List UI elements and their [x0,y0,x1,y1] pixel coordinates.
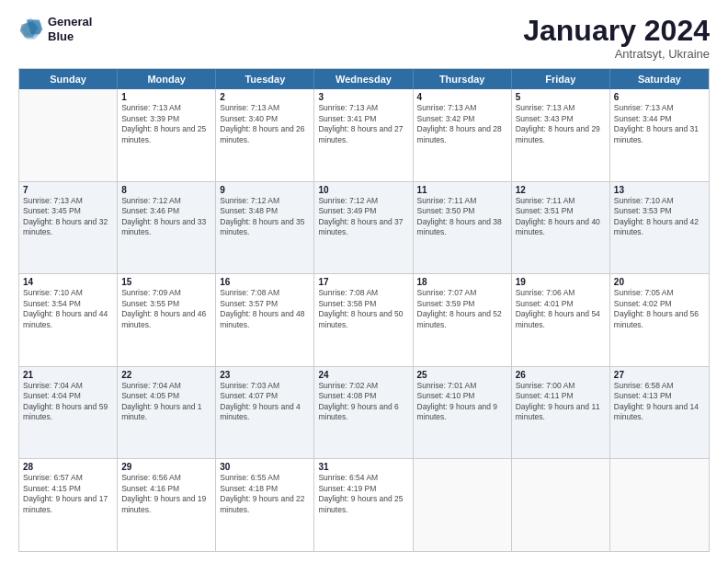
cell-content: Sunrise: 6:55 AMSunset: 4:18 PMDaylight:… [220,473,310,515]
calendar-cell [19,89,118,181]
calendar-row-3: 21Sunrise: 7:04 AMSunset: 4:04 PMDayligh… [19,367,709,460]
day-number: 10 [318,185,408,195]
cell-content: Sunrise: 7:11 AMSunset: 3:50 PMDaylight:… [417,196,507,238]
day-number: 24 [318,370,408,380]
day-number: 7 [23,185,113,195]
cell-content: Sunrise: 6:54 AMSunset: 4:19 PMDaylight:… [318,473,408,515]
cell-content: Sunrise: 7:00 AMSunset: 4:11 PMDaylight:… [516,381,606,423]
header-monday: Monday [118,69,216,89]
calendar-cell: 27Sunrise: 6:58 AMSunset: 4:13 PMDayligh… [610,367,709,459]
day-number: 29 [121,462,211,472]
cell-content: Sunrise: 7:12 AMSunset: 3:46 PMDaylight:… [121,196,211,238]
cell-content: Sunrise: 6:58 AMSunset: 4:13 PMDaylight:… [614,381,705,423]
header-friday: Friday [512,69,610,89]
calendar-cell: 26Sunrise: 7:00 AMSunset: 4:11 PMDayligh… [512,367,610,459]
cell-content: Sunrise: 6:56 AMSunset: 4:16 PMDaylight:… [121,473,211,515]
calendar-cell: 24Sunrise: 7:02 AMSunset: 4:08 PMDayligh… [314,367,413,459]
day-number: 2 [220,92,310,102]
calendar-cell: 25Sunrise: 7:01 AMSunset: 4:10 PMDayligh… [414,367,512,459]
calendar-cell: 1Sunrise: 7:13 AMSunset: 3:39 PMDaylight… [118,89,216,181]
day-number: 27 [614,370,705,380]
calendar-cell: 13Sunrise: 7:10 AMSunset: 3:53 PMDayligh… [610,182,709,274]
day-number: 21 [23,370,113,380]
cell-content: Sunrise: 7:04 AMSunset: 4:05 PMDaylight:… [121,381,211,423]
calendar-cell [414,459,512,551]
day-number: 17 [318,277,408,287]
cell-content: Sunrise: 7:10 AMSunset: 3:54 PMDaylight:… [23,288,113,330]
day-number: 30 [220,462,310,472]
day-number: 31 [318,462,408,472]
cell-content: Sunrise: 7:13 AMSunset: 3:41 PMDaylight:… [318,103,408,145]
day-number: 8 [121,185,211,195]
calendar-cell: 4Sunrise: 7:13 AMSunset: 3:42 PMDaylight… [414,89,512,181]
title-block: January 2024 Antratsyt, Ukraine [523,15,710,61]
calendar-cell: 21Sunrise: 7:04 AMSunset: 4:04 PMDayligh… [19,367,118,459]
cell-content: Sunrise: 7:08 AMSunset: 3:57 PMDaylight:… [220,288,310,330]
day-number: 6 [614,92,705,102]
cell-content: Sunrise: 6:57 AMSunset: 4:15 PMDaylight:… [23,473,113,515]
cell-content: Sunrise: 7:06 AMSunset: 4:01 PMDaylight:… [516,288,606,330]
calendar-cell: 30Sunrise: 6:55 AMSunset: 4:18 PMDayligh… [216,459,314,551]
calendar-cell: 17Sunrise: 7:08 AMSunset: 3:58 PMDayligh… [314,274,413,366]
logo-icon [18,17,44,42]
cell-content: Sunrise: 7:12 AMSunset: 3:49 PMDaylight:… [318,196,408,238]
day-number: 11 [417,185,507,195]
calendar-cell: 14Sunrise: 7:10 AMSunset: 3:54 PMDayligh… [19,274,118,366]
day-number: 9 [220,185,310,195]
calendar-cell: 6Sunrise: 7:13 AMSunset: 3:44 PMDaylight… [610,89,709,181]
calendar-row-4: 28Sunrise: 6:57 AMSunset: 4:15 PMDayligh… [19,459,709,551]
day-number: 28 [23,462,113,472]
calendar-cell: 3Sunrise: 7:13 AMSunset: 3:41 PMDaylight… [314,89,413,181]
calendar-cell: 15Sunrise: 7:09 AMSunset: 3:55 PMDayligh… [118,274,216,366]
calendar-cell: 5Sunrise: 7:13 AMSunset: 3:43 PMDaylight… [512,89,610,181]
calendar-cell: 28Sunrise: 6:57 AMSunset: 4:15 PMDayligh… [19,459,118,551]
day-number: 26 [516,370,606,380]
cell-content: Sunrise: 7:04 AMSunset: 4:04 PMDaylight:… [23,381,113,423]
logo-text: General Blue [48,15,92,43]
calendar-cell: 18Sunrise: 7:07 AMSunset: 3:59 PMDayligh… [414,274,512,366]
calendar-cell: 10Sunrise: 7:12 AMSunset: 3:49 PMDayligh… [314,182,413,274]
cell-content: Sunrise: 7:03 AMSunset: 4:07 PMDaylight:… [220,381,310,423]
calendar-body: 1Sunrise: 7:13 AMSunset: 3:39 PMDaylight… [19,89,709,551]
header-wednesday: Wednesday [314,69,413,89]
calendar-row-2: 14Sunrise: 7:10 AMSunset: 3:54 PMDayligh… [19,274,709,367]
calendar: Sunday Monday Tuesday Wednesday Thursday… [18,68,710,552]
calendar-cell: 22Sunrise: 7:04 AMSunset: 4:05 PMDayligh… [118,367,216,459]
day-number: 20 [614,277,705,287]
calendar-cell: 2Sunrise: 7:13 AMSunset: 3:40 PMDaylight… [216,89,314,181]
day-number: 25 [417,370,507,380]
cell-content: Sunrise: 7:09 AMSunset: 3:55 PMDaylight:… [121,288,211,330]
day-number: 15 [121,277,211,287]
cell-content: Sunrise: 7:11 AMSunset: 3:51 PMDaylight:… [516,196,606,238]
calendar-cell: 12Sunrise: 7:11 AMSunset: 3:51 PMDayligh… [512,182,610,274]
calendar-cell [610,459,709,551]
cell-content: Sunrise: 7:13 AMSunset: 3:43 PMDaylight:… [516,103,606,145]
cell-content: Sunrise: 7:05 AMSunset: 4:02 PMDaylight:… [614,288,705,330]
cell-content: Sunrise: 7:08 AMSunset: 3:58 PMDaylight:… [318,288,408,330]
header-saturday: Saturday [610,69,709,89]
cell-content: Sunrise: 7:13 AMSunset: 3:42 PMDaylight:… [417,103,507,145]
day-number: 18 [417,277,507,287]
calendar-header: Sunday Monday Tuesday Wednesday Thursday… [19,69,709,89]
day-number: 14 [23,277,113,287]
calendar-row-1: 7Sunrise: 7:13 AMSunset: 3:45 PMDaylight… [19,182,709,275]
cell-content: Sunrise: 7:12 AMSunset: 3:48 PMDaylight:… [220,196,310,238]
header: General Blue January 2024 Antratsyt, Ukr… [18,15,710,61]
cell-content: Sunrise: 7:13 AMSunset: 3:39 PMDaylight:… [121,103,211,145]
day-number: 12 [516,185,606,195]
cell-content: Sunrise: 7:13 AMSunset: 3:40 PMDaylight:… [220,103,310,145]
calendar-row-0: 1Sunrise: 7:13 AMSunset: 3:39 PMDaylight… [19,89,709,182]
logo-line1: General [48,15,92,29]
cell-content: Sunrise: 7:01 AMSunset: 4:10 PMDaylight:… [417,381,507,423]
cell-content: Sunrise: 7:13 AMSunset: 3:45 PMDaylight:… [23,196,113,238]
cell-content: Sunrise: 7:13 AMSunset: 3:44 PMDaylight:… [614,103,705,145]
calendar-cell: 7Sunrise: 7:13 AMSunset: 3:45 PMDaylight… [19,182,118,274]
calendar-cell: 11Sunrise: 7:11 AMSunset: 3:50 PMDayligh… [414,182,512,274]
cell-content: Sunrise: 7:10 AMSunset: 3:53 PMDaylight:… [614,196,705,238]
day-number: 5 [516,92,606,102]
calendar-cell: 31Sunrise: 6:54 AMSunset: 4:19 PMDayligh… [314,459,413,551]
day-number: 19 [516,277,606,287]
day-number: 22 [121,370,211,380]
calendar-cell: 23Sunrise: 7:03 AMSunset: 4:07 PMDayligh… [216,367,314,459]
page: General Blue January 2024 Antratsyt, Ukr… [0,0,728,563]
